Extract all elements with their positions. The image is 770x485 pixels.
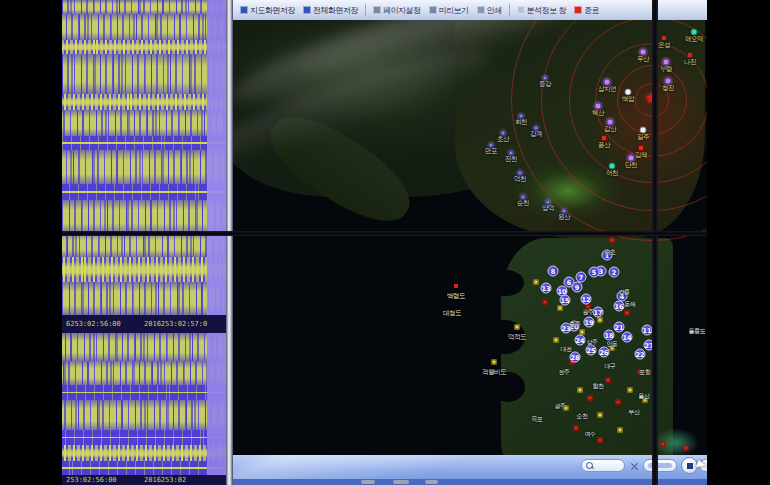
- station-marker[interactable]: [662, 36, 666, 40]
- toolbar-button-map-save[interactable]: 지도화면저장: [236, 4, 299, 17]
- desk-object: [393, 480, 409, 484]
- seismo-trace-row: [62, 40, 227, 54]
- map-label: 순천: [577, 412, 588, 419]
- seismo-trace-row: [62, 150, 227, 184]
- toolbar-button-print[interactable]: 인쇄: [473, 4, 506, 17]
- toolbar-button-label: 인쇄: [487, 5, 502, 16]
- numbered-station-marker[interactable]: 9: [572, 282, 583, 293]
- numbered-station-marker[interactable]: 12: [581, 294, 592, 305]
- toolbar-button-page-setup[interactable]: 페이지설정: [369, 4, 425, 17]
- numbered-station-marker[interactable]: 18: [604, 330, 615, 341]
- timestamp-left: 253:02:56:00: [66, 476, 117, 484]
- station-marker[interactable]: [688, 53, 692, 57]
- numbered-station-marker[interactable]: 22: [635, 349, 646, 360]
- toolbar-button-label: 종료: [584, 5, 599, 16]
- seismo-trace-row: [62, 0, 227, 14]
- seismo-trace-row: [62, 461, 227, 475]
- yellow-station-marker: [628, 388, 633, 393]
- map-label: 부산: [629, 408, 640, 415]
- toolbar-button-preview[interactable]: 미리보기: [425, 4, 473, 17]
- status-bar: [233, 455, 707, 479]
- map-label: 상주: [587, 338, 598, 345]
- toolbar-button-label: 전체화면저장: [313, 5, 358, 16]
- numbered-station-marker[interactable]: 25: [586, 345, 597, 356]
- timestamp-band: 6253:02:56:002016253:02:57:0: [62, 315, 227, 333]
- toolbar-button-analysis-info[interactable]: 분석정보 창: [513, 4, 571, 17]
- yellow-station-marker: [578, 388, 583, 393]
- map-label: 중강: [539, 81, 551, 88]
- resize-icon[interactable]: [631, 462, 638, 469]
- map-label: 부령: [660, 66, 672, 73]
- map-monitor: 지도화면저장전체화면저장페이지설정미리보기인쇄분석정보 창종료 ★온성무산부령청…: [233, 0, 707, 485]
- numbered-station-marker[interactable]: 16: [614, 301, 625, 312]
- numbered-station-marker[interactable]: 21: [614, 322, 625, 333]
- map-label: 강릉: [619, 288, 630, 295]
- map-label: 울산: [639, 392, 650, 399]
- map-label: 덕천: [514, 176, 526, 183]
- seismo-trace-row: [62, 257, 227, 282]
- toolbar-button-exit[interactable]: 종료: [570, 4, 603, 17]
- desk-object: [425, 480, 438, 484]
- numbered-station-marker[interactable]: 5: [589, 267, 600, 278]
- map-label: 무산: [637, 56, 649, 63]
- map-label: 희천: [515, 119, 527, 126]
- yellow-station-marker: [598, 318, 603, 323]
- map-label: 대구: [605, 362, 616, 369]
- map-label: 원주: [583, 308, 594, 315]
- coast-notch: [488, 270, 524, 296]
- screen-save-icon: [303, 6, 311, 14]
- map-label: 백암: [622, 96, 634, 103]
- print-icon: [477, 6, 485, 14]
- numbered-station-marker[interactable]: 13: [541, 283, 552, 294]
- numbered-station-marker[interactable]: 15: [560, 295, 571, 306]
- map-label: 안동: [607, 340, 618, 347]
- map-label: 포항: [640, 368, 651, 375]
- seismo-trace-row: [62, 430, 227, 445]
- desk-object: [361, 480, 375, 484]
- red-station-marker: [661, 442, 666, 447]
- numbered-station-marker[interactable]: 2: [609, 267, 620, 278]
- numbered-station-marker[interactable]: 19: [584, 317, 595, 328]
- map-label: 청진: [662, 85, 674, 92]
- video-wall-photo: 6253:02:56:002016253:02:57:0253:02:56:00…: [0, 0, 770, 485]
- numbered-station-marker[interactable]: 8: [548, 266, 559, 277]
- map-label: 풍산: [598, 142, 610, 149]
- numbered-station-marker[interactable]: 17: [593, 307, 604, 318]
- seismo-trace-row: [62, 400, 227, 430]
- map-label: 울릉도: [689, 327, 706, 334]
- island-marker[interactable]: [454, 284, 458, 288]
- timestamp-left: 6253:02:56:00: [66, 320, 121, 328]
- seismogram-traces: 6253:02:56:002016253:02:57:0253:02:56:00…: [62, 0, 227, 485]
- island-marker: [515, 325, 520, 330]
- map-label: 전주: [559, 368, 570, 375]
- seismo-trace-row: [62, 445, 227, 461]
- seismo-trace-row: [62, 94, 227, 110]
- numbered-station-marker[interactable]: 24: [575, 335, 586, 346]
- map-canvas[interactable]: ★온성무산부령청진삼지연백암혜산갑산길주풍산김책단천허천해오제나진중강희천강계초…: [233, 20, 707, 455]
- scroll-pill-button[interactable]: [643, 459, 677, 472]
- toolbar-button-screen-save[interactable]: 전체화면저장: [299, 4, 362, 17]
- numbered-station-marker[interactable]: 11: [642, 325, 653, 336]
- timestamp-right: 2016253:02:57:0: [144, 320, 207, 328]
- numbered-station-marker[interactable]: 14: [622, 332, 633, 343]
- yellow-station-marker: [618, 428, 623, 433]
- map-label: 대청도: [443, 310, 461, 317]
- zoom-control[interactable]: [581, 459, 625, 472]
- map-label: 속초: [605, 248, 616, 255]
- toolbar-button-label: 페이지설정: [383, 5, 421, 16]
- photo-black-edge: [707, 0, 770, 485]
- yellow-station-marker: [534, 280, 539, 285]
- seismo-trace-row: [62, 54, 227, 94]
- numbered-station-marker[interactable]: 26: [599, 347, 610, 358]
- red-station-marker: [610, 238, 615, 243]
- yellow-station-marker: [598, 413, 603, 418]
- monitor-bezel-vertical-left: [226, 0, 233, 485]
- map-label: 백령도: [447, 293, 465, 300]
- page-setup-icon: [373, 6, 381, 14]
- desk-edge-strip: [233, 479, 707, 485]
- map-label: 순천: [517, 200, 529, 207]
- seismo-trace-row: [62, 282, 227, 315]
- numbered-station-marker[interactable]: 28: [570, 352, 581, 363]
- map-label: 목포: [532, 415, 543, 422]
- seismo-trace-row: [62, 233, 227, 257]
